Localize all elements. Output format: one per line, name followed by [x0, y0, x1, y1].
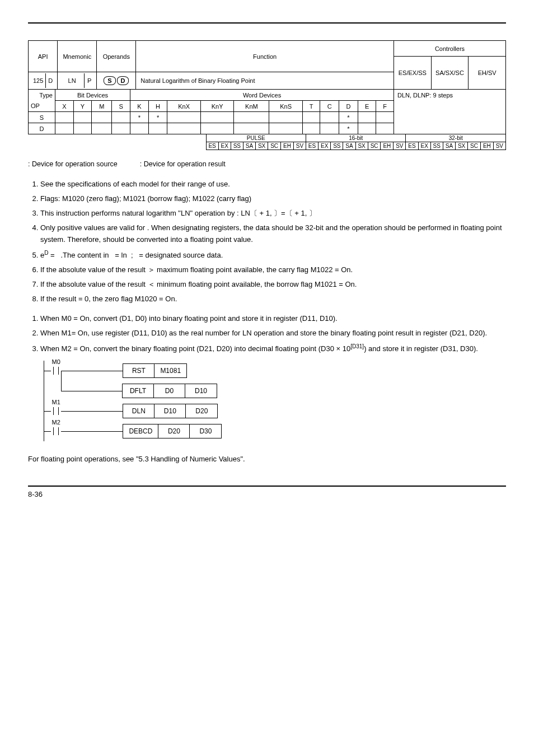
api-function: Natural Logarithm of Binary Floating Poi… [136, 72, 394, 90]
list-item: When M1= On, use register (D11, D10) as … [40, 326, 506, 340]
mode-strip: PULSE 16-bit 32-bit ESEX SSSA SXSC EHSV … [28, 134, 506, 150]
list-item: This instruction performs natural logari… [40, 206, 506, 221]
list-item: Flags: M1020 (zero flag); M1021 (borrow … [40, 192, 506, 206]
instruction-box: DFLT D0 D10 [122, 384, 217, 398]
api-dflag: D [46, 73, 55, 88]
contact-label: M1 [52, 399, 60, 405]
contact-label: M0 [52, 358, 60, 365]
list-item: When M0 = On, convert (D1, D0) into bina… [40, 311, 506, 326]
list-item: eD = .The content in = ln ; = designated… [40, 247, 506, 263]
list-item: If the absolute value of the result ＞ ma… [40, 263, 506, 277]
list-item: If the absolute value of the result ＜ mi… [40, 277, 506, 292]
instruction-box: RST M1081 [123, 363, 187, 378]
ladder-diagram: M0 RST M1081 DFLT D0 D10 M1 [44, 361, 506, 441]
dst-legend: : Device for operation result [140, 160, 226, 168]
page-footer: 8-36 [28, 486, 506, 498]
instruction-box: DLN D10 D20 [123, 404, 218, 418]
explanations-list: See the specifications of each model for… [28, 177, 506, 307]
api-operands: SD [97, 72, 136, 90]
contact-label: M2 [52, 419, 60, 426]
page-number: 8-36 [28, 490, 43, 498]
instruction-box: DEBCD D20 D30 [123, 424, 222, 438]
api-mnemonic: LN [60, 73, 84, 88]
list-item: When M2 = On, convert the binary floatin… [40, 340, 506, 356]
list-item: If the result = 0, the zero flag M1020 =… [40, 292, 506, 306]
remarks-text: For floating point operations, see "5.3 … [28, 455, 506, 463]
list-item: Only positive values are valid for . Whe… [40, 221, 506, 246]
operands-legend: : Device for operation source : Device f… [28, 160, 506, 168]
api-ptype: P [84, 73, 94, 88]
operand-table: Type Bit Devices Word Devices DLN, DLNP:… [28, 89, 506, 134]
top-rule [28, 22, 506, 24]
src-legend: : Device for operation source [28, 160, 118, 168]
list-item: See the specifications of each model for… [40, 177, 506, 192]
example-list: When M0 = On, convert (D1, D0) into bina… [28, 311, 506, 357]
api-number: 125 [31, 73, 46, 88]
api-header-table: API Mnemonic Operands Function Controlle… [28, 40, 506, 90]
steps-text: DLN, DLNP: 9 steps [397, 92, 453, 99]
